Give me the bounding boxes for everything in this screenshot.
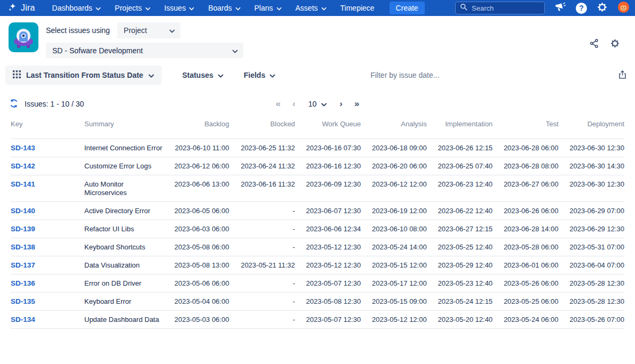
date-cell: 2023-05-21 11:32 — [229, 256, 295, 274]
column-header: Key — [11, 115, 84, 139]
date-cell: 2023-05-26 06:00 — [493, 274, 558, 293]
issue-summary: Customize Error Logs — [84, 157, 163, 175]
date-cell: 2023-05-12 12:30 — [295, 256, 361, 274]
nav-item-label: Boards — [208, 4, 232, 12]
help-button[interactable]: ? — [576, 3, 587, 14]
date-cell: 2023-05-12 12:00 — [361, 311, 426, 329]
date-cell: 2023-06-25 07:40 — [427, 157, 493, 175]
date-cell: - — [229, 220, 295, 238]
chevron-down-icon — [169, 26, 175, 35]
date-cell: 2023-06-16 12:30 — [295, 157, 361, 175]
grid-icon — [13, 70, 21, 80]
gadget-toolbar: Last Transition From Status Date Statuse… — [0, 61, 635, 90]
issue-summary: Keyboard Shortcuts — [84, 238, 163, 256]
date-cell: 2023-05-24 06:00 — [493, 311, 558, 329]
date-cell: 2023-05-17 12:00 — [361, 274, 426, 293]
chevron-down-icon — [96, 4, 101, 12]
nav-item-timepiece[interactable]: Timepiece — [340, 4, 375, 12]
statuses-dropdown[interactable]: Statuses — [182, 71, 223, 79]
view-selector-dropdown[interactable]: Last Transition From Status Date — [5, 66, 162, 85]
date-cell: 2023-06-29 07:00 — [559, 202, 624, 220]
date-cell: 2023-05-31 07:00 — [559, 238, 624, 256]
table-row: SD-138 Keyboard Shortcuts 2023-05-08 06:… — [11, 238, 624, 256]
select-mode-dropdown[interactable]: Project — [117, 22, 180, 38]
date-cell: 2023-06-05 06:00 — [163, 202, 229, 220]
issue-key-link[interactable]: SD-134 — [11, 316, 35, 323]
date-cell: 2023-06-12 06:00 — [163, 157, 229, 175]
nav-item-dashboards[interactable]: Dashboards — [52, 4, 101, 12]
date-cell: 2023-06-10 11:00 — [163, 139, 229, 157]
column-header: Test — [493, 115, 558, 139]
project-dropdown[interactable]: SD - Sofware Development — [46, 43, 243, 58]
issue-key-link[interactable]: SD-137 — [11, 261, 35, 269]
issue-key-link[interactable]: SD-143 — [11, 144, 35, 152]
project-dropdown-value: SD - Sofware Development — [52, 46, 143, 55]
issue-key-link[interactable]: SD-138 — [11, 243, 35, 251]
previous-page-button[interactable]: ‹ — [290, 99, 298, 109]
nav-item-issues[interactable]: Issues — [164, 4, 194, 12]
nav-item-projects[interactable]: Projects — [115, 4, 150, 12]
issue-date-filter-input[interactable] — [370, 71, 530, 79]
nav-item-boards[interactable]: Boards — [208, 4, 240, 12]
export-button[interactable] — [617, 69, 628, 82]
jira-logo[interactable]: Jira — [7, 2, 35, 14]
refresh-button[interactable] — [9, 98, 19, 110]
announcements-button[interactable] — [554, 2, 566, 14]
settings-button[interactable] — [597, 2, 608, 14]
date-cell: 2023-05-25 12:40 — [427, 238, 493, 256]
nav-item-label: Plans — [255, 4, 273, 12]
issue-key-link[interactable]: SD-136 — [11, 279, 35, 287]
nav-item-label: Projects — [115, 4, 142, 12]
fields-dropdown[interactable]: Fields — [244, 71, 275, 79]
date-cell: 2023-06-27 06:00 — [493, 175, 558, 202]
date-cell: 2023-06-06 12:34 — [295, 220, 361, 238]
avatar-icon — [617, 1, 630, 15]
date-cell: 2023-05-23 12:40 — [427, 274, 493, 293]
next-page-button[interactable]: › — [337, 99, 345, 109]
chevron-down-icon — [218, 71, 224, 79]
column-header: Deployment — [559, 115, 624, 139]
date-cell: 2023-06-28 14:00 — [493, 220, 558, 238]
date-cell: 2023-05-07 12:30 — [295, 274, 361, 293]
date-cell: 2023-06-30 14:30 — [559, 157, 624, 175]
issues-count-label: Issues: 1 - 10 / 30 — [25, 100, 84, 108]
nav-item-label: Dashboards — [52, 4, 93, 12]
date-cell: 2023-06-26 06:00 — [493, 202, 558, 220]
issue-key-link[interactable]: SD-140 — [11, 207, 35, 215]
date-cell: 2023-05-15 09:00 — [361, 293, 426, 311]
chevron-down-icon — [235, 4, 241, 12]
first-page-button[interactable]: « — [274, 99, 283, 109]
issue-key-link[interactable]: SD-139 — [11, 225, 35, 233]
nav-item-plans[interactable]: Plans — [255, 4, 282, 12]
nav-item-assets[interactable]: Assets — [296, 4, 327, 12]
date-cell: 2023-06-10 08:00 — [361, 220, 426, 238]
date-cell: 2023-06-19 12:00 — [361, 202, 426, 220]
table-row: SD-141 Auto Monitor Microservices 2023-0… — [11, 175, 624, 202]
issues-table: KeySummaryBacklogBlockedWork QueueAnalys… — [11, 115, 624, 329]
date-cell: 2023-06-25 11:32 — [229, 139, 295, 157]
table-row: SD-140 Active Directory Error 2023-06-05… — [11, 202, 624, 220]
select-mode-value: Project — [124, 26, 147, 35]
issue-key-link[interactable]: SD-142 — [11, 162, 35, 170]
create-button[interactable]: Create — [390, 2, 425, 14]
date-cell: 2023-05-25 06:00 — [493, 293, 558, 311]
user-avatar[interactable] — [617, 1, 630, 15]
date-cell: 2023-05-06 06:00 — [163, 274, 229, 293]
date-cell: 2023-06-16 11:32 — [229, 175, 295, 202]
share-button[interactable] — [589, 30, 599, 58]
pager-controls: « ‹ 10 › » — [274, 99, 362, 109]
nav-menu: DashboardsProjectsIssuesBoardsPlansAsset… — [52, 4, 375, 12]
search-input[interactable] — [472, 4, 530, 12]
global-search[interactable] — [455, 2, 545, 14]
gadget-settings-button[interactable] — [610, 30, 620, 58]
help-icon: ? — [576, 3, 587, 14]
last-page-button[interactable]: » — [352, 99, 361, 109]
date-cell: 2023-06-28 08:00 — [493, 157, 558, 175]
page-size-select[interactable]: 10 — [305, 100, 330, 108]
chevron-down-icon — [269, 71, 275, 79]
jira-logo-text: Jira — [21, 3, 35, 13]
issues-table-body: SD-143 Internet Connection Error 2023-06… — [11, 139, 624, 329]
issue-key-link[interactable]: SD-135 — [11, 297, 35, 305]
top-navigation: Jira DashboardsProjectsIssuesBoardsPlans… — [0, 0, 635, 16]
issue-key-link[interactable]: SD-141 — [11, 180, 35, 188]
